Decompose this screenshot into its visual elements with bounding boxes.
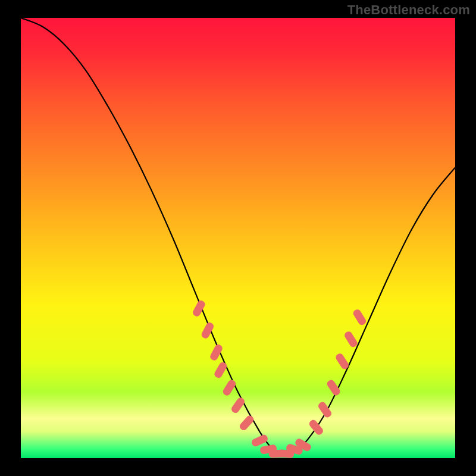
bottleneck-chart	[0, 0, 476, 476]
chart-stage: TheBottleneck.com	[0, 0, 476, 476]
